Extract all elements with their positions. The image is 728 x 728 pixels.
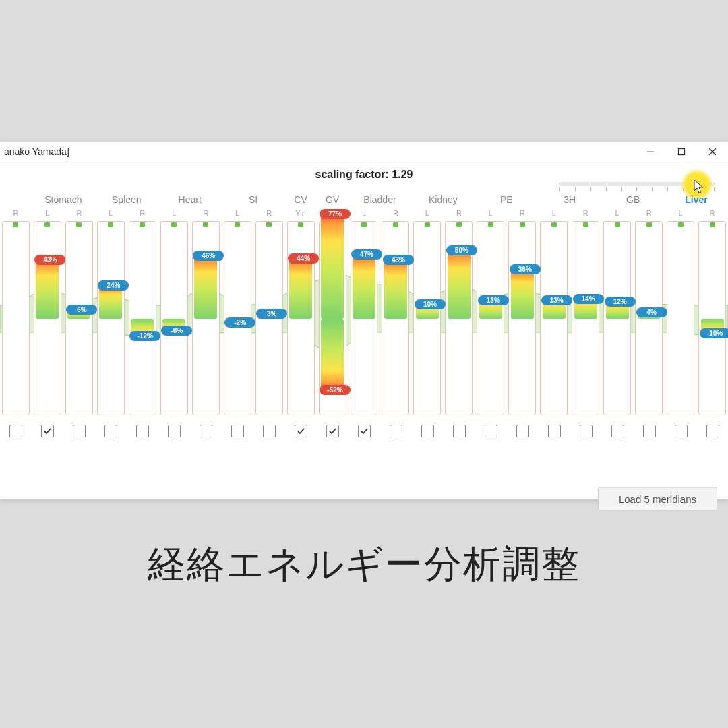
checkbox-row — [0, 425, 728, 439]
column-checkbox[interactable] — [611, 425, 624, 437]
meridian-header[interactable]: 3H — [538, 194, 601, 205]
meridian-header[interactable]: Bladder — [348, 194, 412, 205]
value-pill: 50% — [446, 245, 477, 255]
column-checkbox[interactable] — [548, 425, 561, 437]
titlebar: anako Yamada] — [0, 142, 728, 162]
value-pill: 14% — [573, 294, 604, 304]
column-checkbox[interactable] — [136, 425, 149, 437]
value-pill: 46% — [193, 251, 224, 261]
value-pill: 6% — [66, 305, 97, 315]
value-bar — [353, 255, 375, 319]
value-pill: 77% — [320, 209, 351, 219]
value-bar — [448, 251, 471, 319]
column-checkbox[interactable] — [706, 425, 719, 437]
column-checkbox[interactable] — [41, 425, 54, 437]
value-bar — [384, 261, 407, 319]
meridian-header[interactable]: Kidney — [411, 194, 475, 205]
minimize-button[interactable] — [635, 142, 666, 162]
value-bar — [289, 260, 312, 319]
column-checkbox[interactable] — [9, 425, 22, 437]
column-checkbox[interactable] — [580, 425, 593, 437]
meridian-headers: StomachSpleenHeartSICVGVBladderKidneyPE3… — [0, 194, 728, 208]
meridian-header[interactable]: GB — [601, 194, 665, 205]
column-checkbox[interactable] — [200, 425, 212, 437]
cursor-icon — [693, 179, 705, 195]
value-pill: -52% — [320, 385, 351, 395]
maximize-button[interactable] — [666, 142, 697, 162]
value-pill: -12% — [129, 331, 160, 341]
meridian-header[interactable]: Heart — [158, 194, 222, 205]
column-checkbox[interactable] — [104, 425, 117, 437]
value-pill: 36% — [510, 264, 541, 274]
column-checkbox[interactable] — [516, 425, 529, 437]
column-checkbox[interactable] — [168, 425, 181, 437]
value-pill: 47% — [351, 249, 382, 260]
column-checkbox[interactable] — [453, 425, 466, 437]
value-bar — [194, 257, 217, 319]
close-button[interactable] — [697, 142, 728, 162]
column-checkbox[interactable] — [421, 425, 434, 437]
column-checkbox[interactable] — [263, 425, 276, 437]
column-checkbox[interactable] — [390, 425, 402, 437]
value-pill: 24% — [98, 280, 129, 291]
value-bar — [511, 270, 534, 319]
meridian-header[interactable]: Spleen — [95, 194, 158, 205]
value-pill: -10% — [700, 328, 728, 338]
meridian-header[interactable]: Stomach — [32, 194, 95, 205]
value-pill: 3% — [256, 309, 287, 319]
meridian-header[interactable]: Liver — [665, 194, 728, 205]
column-checkbox[interactable] — [326, 425, 339, 437]
column-checkbox[interactable] — [73, 425, 86, 437]
value-pill: 10% — [415, 299, 446, 309]
value-bar — [321, 215, 344, 319]
value-pill: -2% — [224, 317, 255, 328]
value-pill: 13% — [541, 295, 572, 305]
value-bar — [36, 261, 59, 319]
bars-layer: 43%6%24%-12%-8%46%-2%3%44%77%-52%47%43%1… — [0, 221, 728, 417]
meridian-header[interactable]: CV — [285, 194, 317, 205]
value-pill: 12% — [605, 297, 636, 307]
value-pill: 43% — [34, 255, 65, 265]
value-pill: 43% — [383, 255, 414, 265]
load-meridians-button[interactable]: Load 5 meridians — [598, 487, 717, 511]
value-bar — [99, 286, 122, 319]
meridian-header[interactable]: PE — [475, 194, 538, 205]
window-buttons — [635, 142, 728, 162]
column-checkbox[interactable] — [485, 425, 497, 437]
caption: 経絡エネルギー分析調整 — [0, 539, 728, 590]
meridian-chart: StomachSpleenHeartSICVGVBladderKidneyPE3… — [0, 194, 728, 444]
window-title: anako Yamada] — [4, 146, 69, 157]
value-pill: 13% — [478, 295, 509, 305]
column-checkbox[interactable] — [231, 425, 244, 437]
column-checkbox[interactable] — [358, 425, 371, 437]
value-pill: 44% — [288, 253, 319, 264]
meridian-header[interactable]: GV — [317, 194, 348, 205]
column-checkbox[interactable] — [295, 425, 307, 437]
meridian-header[interactable]: SI — [222, 194, 285, 205]
svg-rect-1 — [679, 149, 685, 155]
value-bar — [321, 319, 344, 389]
column-checkbox[interactable] — [643, 425, 656, 437]
value-pill: 4% — [636, 307, 667, 317]
app-window: anako Yamada] scaling factor: 1.29 Stoma… — [0, 142, 728, 499]
value-pill: -8% — [161, 326, 192, 336]
column-checkbox[interactable] — [675, 425, 688, 437]
